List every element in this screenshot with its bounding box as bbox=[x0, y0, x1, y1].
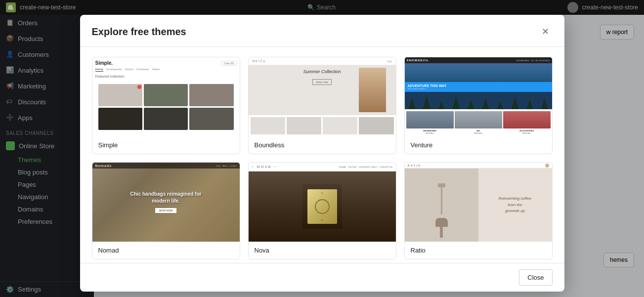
theme-preview-venture: SNOWDEVIL SNOWBOARD SKI ACCESSORIES ADVE… bbox=[405, 57, 552, 136]
theme-card-ratio[interactable]: RATIO Reinventing coffeefrom thegrounds … bbox=[404, 162, 553, 259]
themes-grid: Simple. Cart (0) Home Accessories Denim … bbox=[92, 57, 553, 259]
modal-title: Explore free themes bbox=[92, 26, 186, 38]
theme-preview-simple: Simple. Cart (0) Home Accessories Denim … bbox=[92, 57, 240, 136]
theme-preview-nova: ~ NOVA ~ HOME FILTER CONTENT ONLY LIFEST… bbox=[249, 163, 396, 242]
theme-card-nomad[interactable]: Nomads Shop About Contact Chic handbags … bbox=[92, 162, 240, 259]
theme-card-boundless[interactable]: Re+Co. Cart Summer Collection shop now bbox=[248, 57, 396, 154]
theme-name-simple: Simple bbox=[92, 136, 240, 154]
venture-banner-text: ADVENTURE THIS WAY bbox=[408, 84, 549, 87]
theme-card-venture[interactable]: SNOWDEVIL SNOWBOARD SKI ACCESSORIES ADVE… bbox=[404, 57, 553, 154]
theme-preview-ratio: RATIO Reinventing coffeefrom thegrounds … bbox=[405, 163, 552, 242]
theme-name-nova: Nova bbox=[249, 242, 396, 259]
theme-card-simple[interactable]: Simple. Cart (0) Home Accessories Denim … bbox=[92, 57, 240, 154]
theme-name-ratio: Ratio bbox=[405, 242, 552, 259]
modal-footer-close-button[interactable]: Close bbox=[519, 269, 552, 286]
modal-body: Simple. Cart (0) Home Accessories Denim … bbox=[80, 47, 564, 263]
modal-close-button[interactable]: ✕ bbox=[539, 25, 553, 39]
modal-header: Explore free themes ✕ bbox=[80, 15, 564, 47]
theme-card-nova[interactable]: ~ NOVA ~ HOME FILTER CONTENT ONLY LIFEST… bbox=[248, 162, 396, 259]
modal-footer: Close bbox=[80, 263, 564, 292]
theme-preview-nomad: Nomads Shop About Contact Chic handbags … bbox=[92, 163, 240, 242]
theme-preview-boundless: Re+Co. Cart Summer Collection shop now bbox=[249, 57, 396, 136]
theme-name-venture: Venture bbox=[405, 136, 552, 154]
explore-themes-modal: Explore free themes ✕ Simple. Cart (0) H… bbox=[80, 15, 564, 292]
theme-name-nomad: Nomad bbox=[92, 242, 240, 259]
theme-name-boundless: Boundless bbox=[249, 136, 396, 154]
